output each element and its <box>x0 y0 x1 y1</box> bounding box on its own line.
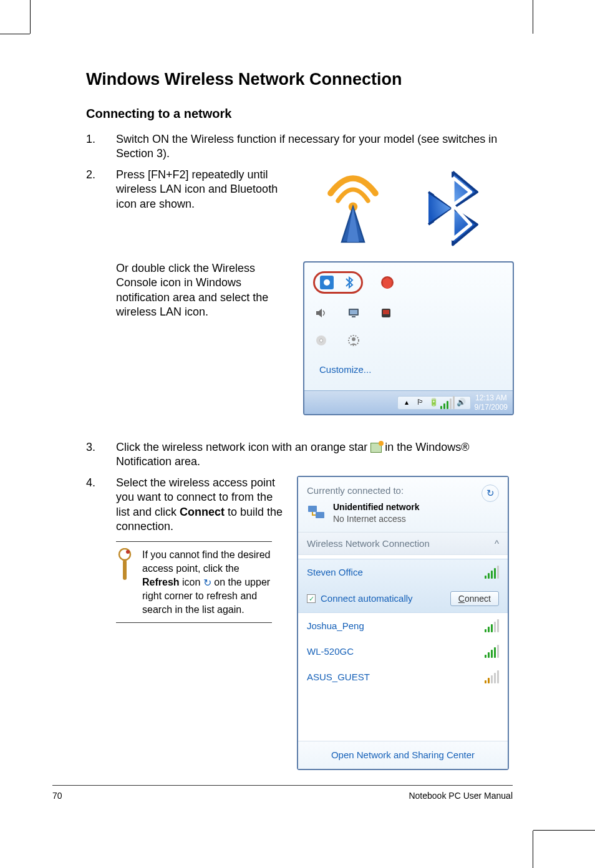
step-text: Click the wireless network icon with an … <box>116 440 514 470</box>
wireless-network-star-icon <box>370 443 382 453</box>
disc-tray-icon[interactable] <box>313 332 329 349</box>
svg-rect-8 <box>383 310 389 314</box>
svg-point-2 <box>324 279 330 286</box>
wireless-section-header[interactable]: Wireless Network Connection ^ <box>298 532 508 556</box>
svg-point-14 <box>126 550 130 554</box>
touchpad-tray-icon[interactable] <box>378 305 394 321</box>
step-number: 4. <box>86 476 116 770</box>
svg-rect-17 <box>316 512 324 518</box>
user-gear-tray-icon[interactable] <box>346 332 362 349</box>
svg-rect-6 <box>352 316 356 317</box>
step-number: 1. <box>86 132 116 162</box>
crop-mark <box>533 831 533 868</box>
tip-note: If you cannot find the desired access po… <box>116 541 272 623</box>
step-text: Switch ON the Wireless function if neces… <box>116 132 514 162</box>
open-network-center-link[interactable]: Open Network and Sharing Center <box>298 741 508 769</box>
svg-point-10 <box>320 339 323 342</box>
chevron-up-icon: ^ <box>495 538 499 550</box>
crop-mark <box>0 34 30 34</box>
crop-mark <box>533 0 533 34</box>
tip-text: If you cannot find the desired access po… <box>142 548 272 616</box>
notification-area-popup: Customize... ▴ 🏳 🔋 🔊 12:13 AM 9/17/20 <box>303 261 514 415</box>
connect-button[interactable]: Connect <box>450 591 499 606</box>
wifi-network-item[interactable]: ASUS_GUEST <box>307 664 499 690</box>
highlighted-tray-icons <box>313 271 363 294</box>
step-text: Select the wireless access point you wan… <box>116 476 284 534</box>
system-clock[interactable]: 12:13 AM 9/17/2009 <box>473 393 509 412</box>
spacer <box>86 261 116 415</box>
wifi-network-item[interactable]: Steven Office <box>307 559 499 585</box>
svg-rect-16 <box>308 506 317 512</box>
bluetooth-tray-icon[interactable] <box>341 274 357 291</box>
signal-warning-icon <box>485 670 499 683</box>
monitor-tray-icon[interactable] <box>346 305 362 321</box>
wifi-antenna-icon <box>312 171 394 246</box>
wifi-network-item[interactable]: WL-520GC <box>307 639 499 664</box>
speaker-icon[interactable]: 🔊 <box>457 398 467 408</box>
current-network-name: Unidentified network <box>333 501 419 513</box>
step-number: 2. <box>86 168 116 249</box>
customize-link[interactable]: Customize... <box>313 360 504 382</box>
network-tray-icon[interactable] <box>443 398 453 408</box>
step-number: 3. <box>86 440 116 470</box>
show-hidden-icons[interactable]: ▴ <box>402 398 412 408</box>
page-title: Windows Wireless Network Connection <box>86 70 514 89</box>
page-number: 70 <box>52 791 62 801</box>
taskbar: ▴ 🏳 🔋 🔊 12:13 AM 9/17/2009 <box>304 390 513 414</box>
current-network-status: No Internet access <box>333 513 419 524</box>
connected-to-label: Currently connected to: <box>307 485 481 497</box>
refresh-inline-icon: ↻ <box>203 576 211 590</box>
tip-icon <box>116 548 135 616</box>
connect-auto-label: Connect automatically <box>321 592 413 605</box>
system-tray: ▴ 🏳 🔋 🔊 <box>397 396 471 410</box>
security-tray-icon[interactable] <box>379 274 395 291</box>
signal-icon <box>485 566 499 579</box>
signal-icon <box>485 619 499 632</box>
bluetooth-icon <box>412 168 493 249</box>
manual-title: Notebook PC User Manual <box>409 791 513 801</box>
crop-mark <box>533 830 595 831</box>
crop-mark <box>30 0 31 34</box>
signal-icon <box>485 645 499 658</box>
wifi-network-item[interactable]: Joshua_Peng <box>307 613 499 639</box>
connect-auto-checkbox[interactable]: ✓ <box>307 594 316 603</box>
step-text: Or double click the Wireless Console ico… <box>116 261 291 415</box>
flag-icon[interactable]: 🏳 <box>415 398 425 408</box>
network-status-icon <box>307 504 327 522</box>
refresh-button[interactable]: ↻ <box>481 485 499 502</box>
step-text: Press [FN+F2] repeatedly until wireless … <box>116 168 284 249</box>
section-title: Connecting to a network <box>86 107 514 121</box>
svg-rect-15 <box>123 560 127 580</box>
power-icon[interactable]: 🔋 <box>429 398 439 408</box>
svg-point-12 <box>352 337 356 341</box>
wireless-network-flyout: Currently connected to: Unidentified net… <box>297 476 509 770</box>
svg-rect-5 <box>350 310 357 314</box>
wireless-console-icon[interactable] <box>319 274 335 291</box>
volume-tray-icon[interactable] <box>313 305 329 321</box>
